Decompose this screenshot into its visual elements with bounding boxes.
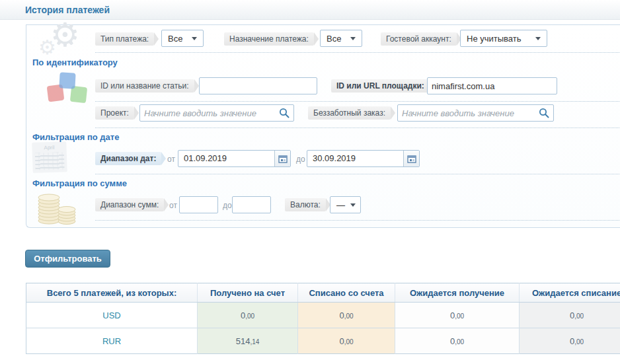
received-cell: 0,00: [198, 303, 298, 328]
expected-in-cell: 0,00: [395, 328, 520, 354]
search-icon[interactable]: [539, 108, 549, 118]
chevron-down-icon: [535, 37, 541, 40]
table-row: RUR 514,14 0,00 0,00 0,00: [26, 328, 620, 354]
payment-type-value: Все: [168, 34, 182, 44]
date-to-value[interactable]: 30.09.2019: [307, 151, 403, 166]
calendar-icon: April: [32, 141, 67, 173]
payment-purpose-dropdown[interactable]: Все: [320, 30, 362, 47]
totals-table: Всего 5 платежей, из которых: Получено н…: [26, 283, 620, 354]
separator: [95, 52, 620, 53]
project-input[interactable]: [139, 104, 294, 122]
section-title-date: Фильтрация по дате: [32, 132, 119, 142]
amount-from-input[interactable]: [179, 196, 218, 213]
col-header-total: Всего 5 платежей, из которых:: [26, 283, 198, 303]
separator: [95, 127, 620, 128]
date-range-label: Диапазон дат:: [95, 152, 161, 165]
expected-out-cell: 0,00: [520, 328, 620, 354]
received-cell: 514,14: [198, 328, 298, 354]
date-from-field[interactable]: 01.09.2019: [178, 150, 291, 167]
date-from-label: от: [167, 155, 175, 164]
amount-to-label: до: [223, 201, 232, 210]
currency-cell: USD: [26, 303, 198, 328]
chevron-down-icon: [350, 37, 356, 40]
date-from-value[interactable]: 01.09.2019: [178, 151, 274, 166]
col-header-received: Получено на счет: [198, 283, 298, 303]
col-header-expected-out: Ожидается списание: [520, 283, 620, 303]
currency-cell: RUR: [26, 328, 198, 354]
separator: [95, 220, 620, 221]
guest-account-value: Не учитывать: [467, 34, 522, 44]
amount-to-input[interactable]: [232, 196, 271, 213]
section-title-amount: Фильтрация по сумме: [32, 178, 127, 188]
payment-purpose-value: Все: [327, 34, 341, 44]
date-to-label: до: [296, 155, 305, 164]
project-searchbox: [139, 104, 294, 122]
payment-history-page: История платежей ⚙⚙ April Тип плат: [0, 0, 620, 364]
charged-cell: 0,00: [298, 303, 395, 328]
coins-icon: [37, 188, 78, 226]
guest-account-label: Гостевой аккаунт:: [381, 32, 457, 46]
payment-type-label: Тип платежа:: [95, 32, 154, 46]
currency-label: Валюта:: [285, 198, 326, 211]
page-title: История платежей: [25, 5, 110, 15]
cubes-icon: [47, 73, 89, 107]
search-icon[interactable]: [279, 108, 290, 118]
site-id-input[interactable]: [427, 77, 557, 94]
amount-range-label: Диапазон сумм:: [95, 198, 164, 211]
article-id-input[interactable]: [199, 77, 317, 94]
filter-button[interactable]: Отфильтровать: [25, 250, 110, 268]
calendar-picker-icon[interactable]: [403, 151, 419, 166]
currency-value: —: [336, 200, 345, 210]
gears-icon: ⚙⚙: [36, 20, 95, 59]
expected-in-cell: 0,00: [395, 303, 520, 328]
carefree-order-searchbox: [397, 104, 554, 122]
article-id-label: ID или название статьи:: [95, 79, 194, 92]
payment-purpose-label: Назначение платежа:: [224, 32, 314, 46]
carefree-order-label: Беззаботный заказ:: [308, 106, 391, 120]
col-header-charged: Списано со счета: [298, 283, 395, 303]
charged-cell: 0,00: [298, 328, 395, 354]
chevron-down-icon: [350, 203, 356, 207]
carefree-order-input[interactable]: [397, 104, 554, 122]
project-label: Проект:: [95, 106, 134, 120]
page-header: История платежей: [0, 0, 620, 20]
payment-type-dropdown[interactable]: Все: [161, 30, 204, 47]
table-row: USD 0,00 0,00 0,00 0,00: [26, 303, 620, 328]
section-title-identifier: По идентификатору: [32, 57, 118, 67]
site-id-label: ID или URL площадки:: [331, 79, 430, 92]
amount-from-label: от: [169, 201, 177, 210]
expected-out-cell: 0,00: [520, 303, 620, 328]
table-header-row: Всего 5 платежей, из которых: Получено н…: [26, 283, 620, 303]
filter-panel: ⚙⚙ April Тип платежа: Все Назна: [26, 24, 620, 228]
date-to-field[interactable]: 30.09.2019: [307, 150, 420, 167]
col-header-expected-in: Ожидается получение: [395, 283, 520, 303]
separator: [95, 101, 620, 102]
chevron-down-icon: [192, 37, 197, 40]
currency-dropdown[interactable]: —: [330, 196, 361, 213]
guest-account-dropdown[interactable]: Не учитывать: [460, 30, 547, 47]
separator: [95, 174, 620, 174]
calendar-picker-icon[interactable]: [274, 151, 290, 166]
